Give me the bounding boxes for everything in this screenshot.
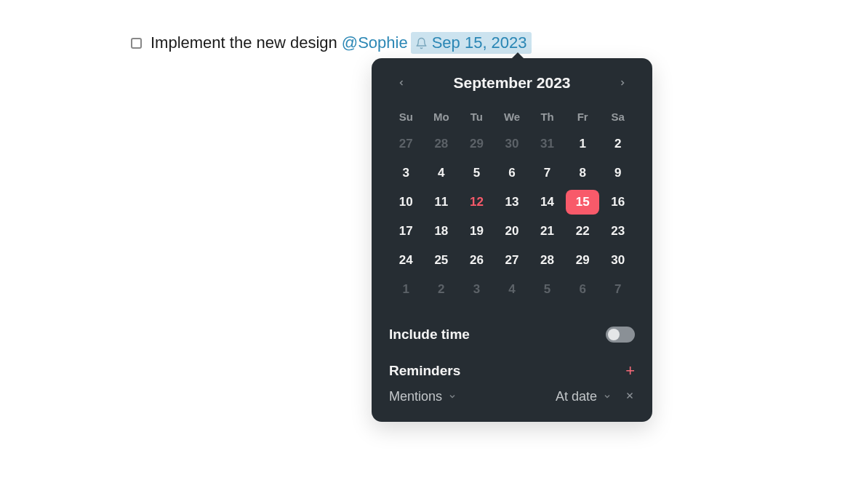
- prev-month-button[interactable]: [393, 75, 409, 91]
- calendar-weekday: Th: [530, 106, 564, 130]
- date-picker-popover: September 2023 SuMoTuWeThFrSa 2728293031…: [372, 58, 652, 422]
- calendar-day[interactable]: 2: [425, 277, 459, 302]
- calendar-day[interactable]: 5: [460, 161, 494, 185]
- due-date-chip[interactable]: Sep 15, 2023: [411, 32, 532, 54]
- calendar-day[interactable]: 29: [460, 132, 494, 156]
- calendar-day[interactable]: 19: [460, 219, 494, 244]
- calendar-day[interactable]: 15: [566, 190, 600, 215]
- calendar-day[interactable]: 3: [389, 161, 423, 185]
- calendar-day[interactable]: 5: [530, 277, 564, 302]
- calendar-day[interactable]: 4: [495, 277, 529, 302]
- calendar-day[interactable]: 11: [425, 190, 459, 215]
- calendar-weekday: Su: [389, 106, 423, 130]
- calendar-day[interactable]: 29: [566, 248, 600, 273]
- calendar-day[interactable]: 23: [601, 219, 635, 244]
- include-time-label: Include time: [389, 327, 470, 343]
- task-checkbox[interactable]: [131, 38, 142, 49]
- mention-chip[interactable]: @Sophie: [342, 33, 408, 52]
- calendar-day[interactable]: 20: [495, 219, 529, 244]
- calendar-weekday-row: SuMoTuWeThFrSa: [389, 106, 635, 130]
- reminders-label: Reminders: [389, 363, 460, 379]
- calendar-day[interactable]: 7: [530, 161, 564, 185]
- calendar-day[interactable]: 27: [389, 132, 423, 156]
- calendar-day[interactable]: 6: [495, 161, 529, 185]
- calendar-day[interactable]: 9: [601, 161, 635, 185]
- calendar-weekday: Sa: [601, 106, 635, 130]
- reminder-when-dropdown[interactable]: At date: [556, 389, 612, 404]
- calendar-day[interactable]: 13: [495, 190, 529, 215]
- calendar-weekday: Tu: [460, 106, 494, 130]
- include-time-row: Include time: [389, 327, 635, 343]
- calendar-title: September 2023: [453, 74, 570, 92]
- calendar-weekday: Mo: [425, 106, 459, 130]
- calendar-day[interactable]: 28: [530, 248, 564, 273]
- reminder-when-value: At date: [556, 389, 597, 404]
- calendar-day[interactable]: 25: [425, 248, 459, 273]
- calendar-day[interactable]: 12: [460, 190, 494, 215]
- calendar-day[interactable]: 17: [389, 219, 423, 244]
- calendar-day[interactable]: 26: [460, 248, 494, 273]
- calendar-day[interactable]: 1: [389, 277, 423, 302]
- next-month-button[interactable]: [614, 75, 630, 91]
- calendar-weekday: Fr: [566, 106, 600, 130]
- calendar-days-grid: 2728293031123456789101112131415161718192…: [389, 132, 635, 302]
- due-date-label: Sep 15, 2023: [432, 33, 527, 52]
- chevron-down-icon: [603, 389, 612, 404]
- calendar-day[interactable]: 3: [460, 277, 494, 302]
- reminder-type-value: Mentions: [389, 389, 442, 404]
- calendar-day[interactable]: 24: [389, 248, 423, 273]
- calendar-day[interactable]: 6: [566, 277, 600, 302]
- add-reminder-button[interactable]: +: [625, 363, 635, 379]
- toggle-knob: [608, 329, 620, 340]
- calendar-day[interactable]: 27: [495, 248, 529, 273]
- calendar-day[interactable]: 4: [425, 161, 459, 185]
- bell-icon: [415, 37, 428, 49]
- include-time-toggle[interactable]: [606, 327, 635, 343]
- calendar-day[interactable]: 18: [425, 219, 459, 244]
- task-text[interactable]: Implement the new design: [151, 33, 337, 52]
- reminder-type-dropdown[interactable]: Mentions: [389, 389, 457, 404]
- calendar-weekday: We: [495, 106, 529, 130]
- calendar-day[interactable]: 30: [601, 248, 635, 273]
- reminder-row: Mentions At date: [389, 389, 635, 404]
- calendar-day[interactable]: 30: [495, 132, 529, 156]
- chevron-down-icon: [448, 389, 457, 404]
- calendar-day[interactable]: 22: [566, 219, 600, 244]
- calendar-day[interactable]: 31: [530, 132, 564, 156]
- calendar-day[interactable]: 14: [530, 190, 564, 215]
- calendar-day[interactable]: 10: [389, 190, 423, 215]
- remove-reminder-button[interactable]: [625, 391, 635, 403]
- calendar-day[interactable]: 16: [601, 190, 635, 215]
- reminders-header-row: Reminders +: [389, 363, 635, 379]
- task-line: Implement the new design @Sophie Sep 15,…: [131, 32, 532, 54]
- calendar-day[interactable]: 7: [601, 277, 635, 302]
- calendar-day[interactable]: 21: [530, 219, 564, 244]
- calendar-day[interactable]: 1: [566, 132, 600, 156]
- calendar-day[interactable]: 28: [425, 132, 459, 156]
- calendar-header: September 2023: [389, 74, 635, 92]
- calendar-day[interactable]: 8: [566, 161, 600, 185]
- calendar-day[interactable]: 2: [601, 132, 635, 156]
